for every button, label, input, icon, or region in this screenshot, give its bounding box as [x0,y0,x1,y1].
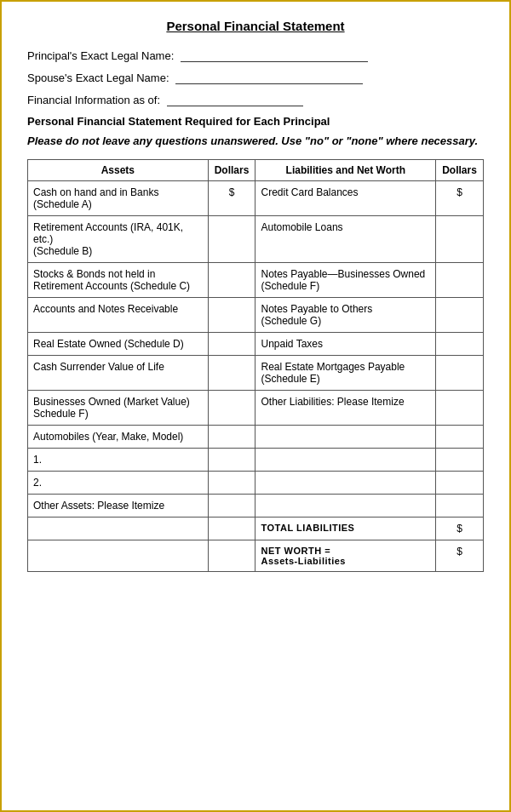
financial-date-underline[interactable] [167,93,303,106]
financial-date-row: Financial Information as of: [27,93,484,106]
dollar-right-cell [436,216,484,263]
asset-cell: Stocks & Bonds not held in Retirement Ac… [28,263,209,298]
principal-name-row: Principal's Exact Legal Name: [27,49,484,62]
dollar-left-cell [208,263,256,298]
liability-cell: TOTAL LIABILITIES [256,518,436,540]
table-row: Accounts and Notes ReceivableNotes Payab… [28,298,484,333]
page-container: Personal Financial Statement Principal's… [0,0,511,812]
table-row: Cash on hand and in Banks (Schedule A)$C… [28,181,484,216]
principal-name-underline[interactable] [181,49,368,62]
liability-cell: Other Liabilities: Please Itemize [256,391,436,426]
dollar-left-cell [208,472,256,495]
asset-cell: 2. [28,472,209,495]
table-row: Real Estate Owned (Schedule D)Unpaid Tax… [28,333,484,356]
liability-cell: NET WORTH = Assets-Liabilities [256,540,436,572]
dollar-left-cell [208,356,256,391]
financial-table: Assets Dollars Liabilities and Net Worth… [27,159,484,572]
asset-cell [28,540,209,572]
header-assets: Assets [28,160,209,181]
dollar-right-cell [436,472,484,495]
dollar-left-cell [208,495,256,518]
table-row: TOTAL LIABILITIES$ [28,518,484,540]
dollar-left-cell [208,540,256,572]
dollar-right-cell [436,263,484,298]
liability-cell: Automobile Loans [256,216,436,263]
dollar-left-cell [208,298,256,333]
liability-cell [256,426,436,449]
spouse-name-underline[interactable] [175,71,363,84]
instructions-notice: Please do not leave any questions unansw… [27,134,484,147]
table-row: Other Assets: Please Itemize [28,495,484,518]
dollar-right-cell: $ [436,540,484,572]
table-row: Automobiles (Year, Make, Model) [28,426,484,449]
dollar-left-cell [208,449,256,472]
header-liabilities: Liabilities and Net Worth [256,160,436,181]
dollar-left-cell [208,518,256,540]
dollar-right-cell [436,449,484,472]
table-row: Businesses Owned (Market Value) Schedule… [28,391,484,426]
dollar-left-cell [208,426,256,449]
liability-cell [256,472,436,495]
liability-cell: Credit Card Balances [256,181,436,216]
dollar-right-cell: $ [436,518,484,540]
asset-cell: Cash Surrender Value of Life [28,356,209,391]
liability-cell: Notes Payable to Others (Schedule G) [256,298,436,333]
table-header-row: Assets Dollars Liabilities and Net Worth… [28,160,484,181]
principal-label: Principal's Exact Legal Name: [27,49,174,62]
liability-cell [256,449,436,472]
table-row: Cash Surrender Value of LifeReal Estate … [28,356,484,391]
liability-cell: Real Estate Mortgages Payable (Schedule … [256,356,436,391]
asset-cell [28,518,209,540]
header-dollars-left: Dollars [208,160,256,181]
asset-cell: Cash on hand and in Banks (Schedule A) [28,181,209,216]
dollar-left-cell [208,391,256,426]
dollar-right-cell [436,495,484,518]
spouse-name-row: Spouse's Exact Legal Name: [27,71,484,84]
table-row: Retirement Accounts (IRA, 401K, etc.) (S… [28,216,484,263]
dollar-right-cell: $ [436,181,484,216]
liability-cell [256,495,436,518]
dollar-left-cell: $ [208,181,256,216]
required-notice: Personal Financial Statement Required fo… [27,115,484,128]
dollar-right-cell [436,333,484,356]
table-row: NET WORTH = Assets-Liabilities$ [28,540,484,572]
spouse-label: Spouse's Exact Legal Name: [27,71,169,84]
asset-cell: Other Assets: Please Itemize [28,495,209,518]
asset-cell: Accounts and Notes Receivable [28,298,209,333]
page-title: Personal Financial Statement [27,19,484,33]
asset-cell: Businesses Owned (Market Value) Schedule… [28,391,209,426]
header-dollars-right: Dollars [436,160,484,181]
table-row: Stocks & Bonds not held in Retirement Ac… [28,263,484,298]
asset-cell: Automobiles (Year, Make, Model) [28,426,209,449]
dollar-right-cell [436,298,484,333]
dollar-right-cell [436,356,484,391]
dollar-left-cell [208,216,256,263]
asset-cell: 1. [28,449,209,472]
liability-cell: Notes Payable—Businesses Owned (Schedule… [256,263,436,298]
table-row: 2. [28,472,484,495]
dollar-right-cell [436,391,484,426]
dollar-right-cell [436,426,484,449]
liability-cell: Unpaid Taxes [256,333,436,356]
dollar-left-cell [208,333,256,356]
asset-cell: Real Estate Owned (Schedule D) [28,333,209,356]
financial-date-label: Financial Information as of: [27,94,160,106]
table-row: 1. [28,449,484,472]
asset-cell: Retirement Accounts (IRA, 401K, etc.) (S… [28,216,209,263]
